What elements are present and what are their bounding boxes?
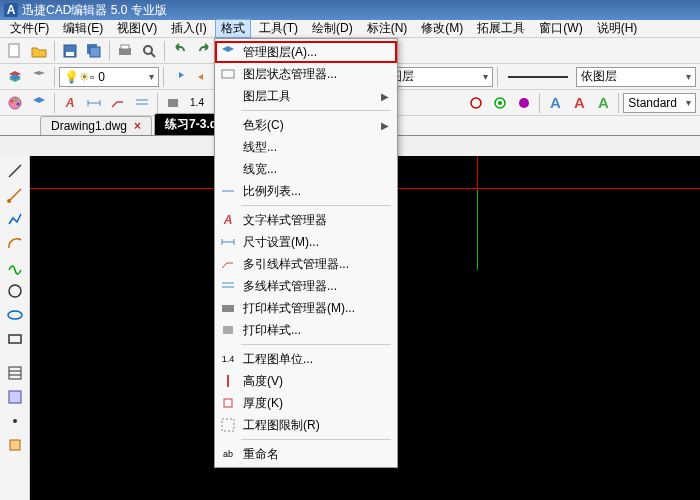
circle-tool[interactable] [4, 280, 26, 302]
separator [164, 41, 165, 61]
svg-rect-33 [9, 335, 21, 343]
menu-item-limits[interactable]: 工程图限制(R) [215, 414, 397, 436]
block-tool[interactable] [4, 434, 26, 456]
redo-icon [196, 43, 212, 59]
menu-view[interactable]: 视图(V) [111, 19, 163, 38]
text-a1-button[interactable]: A [544, 92, 566, 114]
menu-label: 文字样式管理器 [243, 212, 327, 229]
menu-item-layer-tools[interactable]: 图层工具 ▶ [215, 85, 397, 107]
new-icon [7, 43, 23, 59]
layer-manager-button[interactable] [4, 66, 26, 88]
svg-rect-37 [9, 391, 21, 403]
svg-point-32 [8, 311, 22, 319]
separator [157, 93, 158, 113]
print-button[interactable] [114, 40, 136, 62]
tab-drawing1[interactable]: Drawing1.dwg × [40, 116, 152, 135]
menu-label: 色彩(C) [243, 117, 284, 134]
separator [241, 205, 391, 206]
menu-item-scale-list[interactable]: 比例列表... [215, 180, 397, 202]
menu-label: 尺寸设置(M)... [243, 234, 319, 251]
menu-item-layer-state[interactable]: 图层状态管理器... [215, 63, 397, 85]
menu-item-mline-style[interactable]: 多线样式管理器... [215, 275, 397, 297]
menu-extend[interactable]: 拓展工具 [471, 19, 531, 38]
save-button[interactable] [59, 40, 81, 62]
polyline-tool[interactable] [4, 208, 26, 230]
close-icon[interactable]: × [134, 119, 141, 133]
line-tool[interactable] [4, 160, 26, 182]
format-menu: 管理图层(A)... 图层状态管理器... 图层工具 ▶ 色彩(C) ▶ 线型.… [214, 38, 398, 468]
text-a2-button[interactable]: A [568, 92, 590, 114]
point-tool[interactable] [4, 410, 26, 432]
circle2-button[interactable] [489, 92, 511, 114]
rectangle-tool[interactable] [4, 328, 26, 350]
disc-icon [516, 95, 532, 111]
menu-window[interactable]: 窗口(W) [533, 19, 588, 38]
menu-item-lineweight[interactable]: 线宽... [215, 158, 397, 180]
menu-item-layer-manager[interactable]: 管理图层(A)... [215, 41, 397, 63]
layer-state-button[interactable] [28, 66, 50, 88]
menu-insert[interactable]: 插入(I) [165, 19, 212, 38]
svg-point-11 [9, 97, 21, 109]
menu-label: 线宽... [243, 161, 277, 178]
menu-label: 重命名 [243, 446, 279, 463]
menu-item-linetype[interactable]: 线型... [215, 136, 397, 158]
menu-item-color[interactable]: 色彩(C) ▶ [215, 114, 397, 136]
text-style-button[interactable]: A [59, 92, 81, 114]
menu-item-rename[interactable]: ab 重命名 [215, 443, 397, 465]
ray-tool[interactable] [4, 184, 26, 206]
palette-icon [7, 95, 23, 111]
menu-draw[interactable]: 绘制(D) [306, 19, 359, 38]
spline-tool[interactable] [4, 256, 26, 278]
new-button[interactable] [4, 40, 26, 62]
drawing-line [477, 190, 478, 270]
bylayer-dropdown-2[interactable]: 依图层 [576, 67, 696, 87]
dim-style-button[interactable] [83, 92, 105, 114]
mline-button[interactable] [131, 92, 153, 114]
menu-item-height[interactable]: 高度(V) [215, 370, 397, 392]
print-style-button[interactable] [162, 92, 184, 114]
saveall-button[interactable] [83, 40, 105, 62]
menu-edit[interactable]: 编辑(E) [57, 19, 109, 38]
separator [54, 67, 55, 87]
hatch-tool[interactable] [4, 362, 26, 384]
region-tool[interactable] [4, 386, 26, 408]
menu-format[interactable]: 格式 [215, 19, 251, 38]
separator [618, 93, 619, 113]
menu-file[interactable]: 文件(F) [4, 19, 55, 38]
menu-item-print-style-mgr[interactable]: 打印样式管理器(M)... [215, 297, 397, 319]
menu-item-mleader-style[interactable]: 多引线样式管理器... [215, 253, 397, 275]
menu-item-text-style[interactable]: A 文字样式管理器 [215, 209, 397, 231]
svg-rect-4 [66, 52, 74, 56]
menu-tools[interactable]: 工具(T) [253, 19, 304, 38]
menu-modify[interactable]: 修改(M) [415, 19, 469, 38]
mleader-button[interactable] [107, 92, 129, 114]
color-button[interactable] [4, 92, 26, 114]
menu-label: 高度(V) [243, 373, 283, 390]
menu-item-dim-style[interactable]: 尺寸设置(M)... [215, 231, 397, 253]
preview-button[interactable] [138, 40, 160, 62]
text-a3-button[interactable]: A [592, 92, 614, 114]
menu-item-thickness[interactable]: 厚度(K) [215, 392, 397, 414]
circle1-button[interactable] [465, 92, 487, 114]
print-icon [117, 43, 133, 59]
ellipse-tool[interactable] [4, 304, 26, 326]
undo-button[interactable] [169, 40, 191, 62]
open-button[interactable] [28, 40, 50, 62]
layer-next-button[interactable] [192, 66, 214, 88]
arc-tool[interactable] [4, 232, 26, 254]
drawing-units-button[interactable]: 1.4 [186, 92, 208, 114]
redo-button[interactable] [193, 40, 215, 62]
layers2-button[interactable] [28, 92, 50, 114]
layer-prev-button[interactable] [168, 66, 190, 88]
menu-label: 工程图单位... [243, 351, 313, 368]
menu-item-print-style[interactable]: 打印样式... [215, 319, 397, 341]
layer-dropdown[interactable]: 💡 ☀ ▫ 0 [59, 67, 159, 87]
mline-icon [219, 277, 237, 295]
menu-dimension[interactable]: 标注(N) [361, 19, 414, 38]
menu-help[interactable]: 说明(H) [591, 19, 644, 38]
menu-item-units[interactable]: 1.4 工程图单位... [215, 348, 397, 370]
layer-prev-icon [171, 69, 187, 85]
circle3-button[interactable] [513, 92, 535, 114]
menu-label: 打印样式管理器(M)... [243, 300, 355, 317]
style-dropdown[interactable]: Standard [623, 93, 696, 113]
